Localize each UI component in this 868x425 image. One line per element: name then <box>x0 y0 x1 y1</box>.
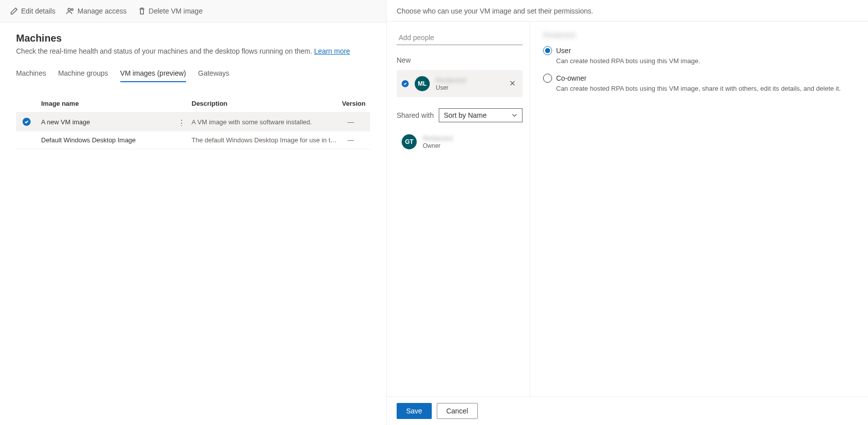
panel-description: Choose who can use your VM image and set… <box>387 0 868 22</box>
person-role: User <box>436 84 501 91</box>
tab-machines[interactable]: Machines <box>16 65 46 82</box>
col-description[interactable]: Description <box>192 100 342 107</box>
shared-person-card[interactable]: GT Redacted Owner <box>397 129 523 154</box>
new-person-card[interactable]: ML Redacted User <box>397 70 523 97</box>
table-header: Image name Description Version <box>16 95 370 113</box>
person-name-redacted: Redacted <box>436 76 501 84</box>
delete-vm-button[interactable]: Delete VM image <box>137 5 204 17</box>
row-version: — <box>342 136 370 144</box>
svg-point-1 <box>72 9 74 11</box>
vm-image-table: Image name Description Version A new VM … <box>16 95 370 149</box>
col-version[interactable]: Version <box>342 100 382 107</box>
panel-footer: Save Cancel <box>387 396 868 425</box>
permission-label: User <box>556 47 571 55</box>
person-role: Owner <box>423 142 517 149</box>
checkmark-icon <box>402 80 409 87</box>
table-row[interactable]: A new VM image ⋮ A VM image with some so… <box>16 113 370 131</box>
checkmark-icon[interactable] <box>23 118 31 126</box>
tab-machine-groups[interactable]: Machine groups <box>58 65 108 82</box>
manage-access-label: Manage access <box>77 7 126 15</box>
permission-description: Can create hosted RPA bots using this VM… <box>556 85 855 92</box>
col-image-name[interactable]: Image name <box>41 100 192 107</box>
main-pane: Edit details Manage access Delete VM ima… <box>0 0 387 425</box>
row-name: A new VM image <box>41 118 90 126</box>
pencil-icon <box>10 7 18 15</box>
trash-icon <box>138 7 146 15</box>
manage-access-button[interactable]: Manage access <box>65 5 127 17</box>
add-people-input[interactable] <box>397 31 523 45</box>
avatar: ML <box>415 76 430 91</box>
remove-person-button[interactable] <box>507 77 517 90</box>
person-name-redacted: Redacted <box>423 134 517 142</box>
tab-vm-images[interactable]: VM images (preview) <box>120 65 186 82</box>
manage-access-panel: Choose who can use your VM image and set… <box>387 0 868 425</box>
radio-icon[interactable] <box>543 46 552 55</box>
permission-label: Co-owner <box>556 74 587 82</box>
page-subtitle-text: Check the real-time health and status of… <box>16 47 314 55</box>
permission-description: Can create hosted RPA bots using this VM… <box>556 57 855 65</box>
permission-option-coowner[interactable]: Co-owner Can create hosted RPA bots usin… <box>543 74 855 92</box>
permissions-column: Redacted User Can create hosted RPA bots… <box>530 22 868 396</box>
content-area: Machines Check the real-time health and … <box>0 23 386 159</box>
page-title: Machines <box>16 33 370 44</box>
permissions-heading-redacted: Redacted <box>543 31 855 39</box>
sort-by-value: Sort by Name <box>444 111 487 119</box>
people-column: New ML Redacted User Shared with <box>387 22 530 396</box>
shared-with-label: Shared with <box>397 111 434 119</box>
table-row[interactable]: Default Windows Desktop Image The defaul… <box>16 131 370 149</box>
toolbar: Edit details Manage access Delete VM ima… <box>0 0 386 23</box>
tabs: Machines Machine groups VM images (previ… <box>16 65 370 83</box>
row-version: — <box>342 118 370 126</box>
row-description: The default Windows Desktop Image for us… <box>192 136 342 144</box>
page-subtitle: Check the real-time health and status of… <box>16 47 370 55</box>
row-more-icon[interactable]: ⋮ <box>178 118 187 126</box>
avatar: GT <box>402 134 417 149</box>
new-section-label: New <box>397 56 523 64</box>
cancel-button[interactable]: Cancel <box>437 403 478 419</box>
tab-gateways[interactable]: Gateways <box>198 65 229 82</box>
delete-vm-label: Delete VM image <box>149 7 203 15</box>
people-icon <box>66 7 74 15</box>
edit-details-button[interactable]: Edit details <box>9 5 56 17</box>
radio-icon[interactable] <box>543 74 552 83</box>
learn-more-link[interactable]: Learn more <box>314 47 351 55</box>
close-icon <box>509 80 515 86</box>
permission-option-user[interactable]: User Can create hosted RPA bots using th… <box>543 46 855 65</box>
row-name: Default Windows Desktop Image <box>41 136 136 144</box>
row-description: A VM image with some software installed. <box>192 118 342 126</box>
svg-point-0 <box>68 9 71 11</box>
edit-details-label: Edit details <box>21 7 55 15</box>
sort-by-dropdown[interactable]: Sort by Name <box>439 108 523 122</box>
save-button[interactable]: Save <box>397 403 432 419</box>
chevron-down-icon <box>511 112 517 118</box>
